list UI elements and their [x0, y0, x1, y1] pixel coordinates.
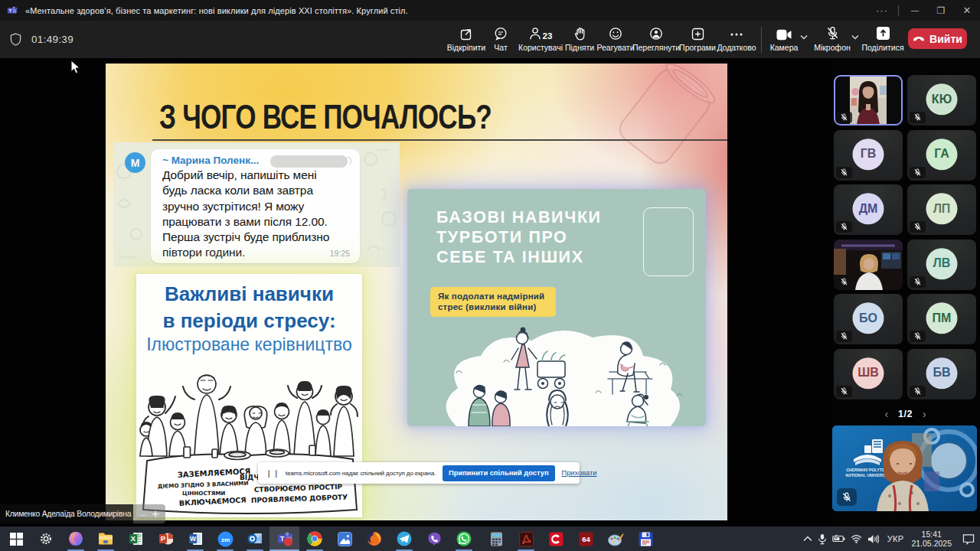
- participants-count: 23: [543, 31, 553, 41]
- slide-title: З ЧОГО ВСЕ ПОЧАЛОСЬ?: [159, 97, 492, 137]
- participant-avatar: ЛП: [926, 193, 958, 224]
- pause-sharing-icon[interactable]: ❙❙: [266, 469, 280, 478]
- zoom-app-icon[interactable]: zm: [216, 530, 234, 548]
- security-shield-icon[interactable]: [10, 33, 21, 46]
- settings-gear-icon[interactable]: [37, 530, 55, 548]
- tray-volume-icon[interactable]: [867, 534, 879, 544]
- word-icon[interactable]: W: [186, 530, 204, 548]
- apps-button[interactable]: Програми: [678, 23, 717, 57]
- participants-button[interactable]: 23 Користувачі: [519, 23, 562, 57]
- tray-clock[interactable]: 15:4121.05.2025: [911, 530, 952, 548]
- chat-button[interactable]: Чат: [490, 23, 511, 57]
- zoom-out-button[interactable]: –: [140, 508, 146, 520]
- speaker-video-tile[interactable]: CHERNIHIV POLYTECH NATIONAL UNIVERSITY: [832, 425, 977, 511]
- titlebar-more-button[interactable]: ···: [869, 0, 895, 21]
- chat-icon: [494, 23, 508, 41]
- telegram-sender-name: ~ Марина Поленк...: [162, 155, 259, 166]
- minimize-button[interactable]: —: [902, 0, 928, 21]
- participant-tile-11[interactable]: ШВ: [834, 349, 903, 399]
- floppy-app-icon[interactable]: [636, 530, 655, 548]
- calculator-icon[interactable]: [487, 530, 505, 548]
- participant-tile-6[interactable]: ЛП: [907, 184, 976, 235]
- share-screen-button[interactable]: Поділитися: [863, 23, 903, 57]
- whatsapp-icon[interactable]: [455, 530, 473, 548]
- camera-options-chevron[interactable]: [800, 34, 808, 40]
- tray-wifi-icon[interactable]: [851, 534, 862, 543]
- participant-tile-2[interactable]: КЮ: [907, 75, 976, 126]
- telegram-avatar: М: [125, 152, 145, 173]
- more-button[interactable]: Додатково: [717, 23, 756, 57]
- participant-tile-9[interactable]: БО: [834, 294, 903, 344]
- svg-text:W: W: [189, 535, 196, 543]
- tray-expand-chevron[interactable]: [803, 536, 812, 542]
- unpin-button[interactable]: Відкріпити: [448, 23, 485, 57]
- tray-notification-icon[interactable]: [962, 533, 975, 545]
- participant-tile-12[interactable]: БВ: [907, 349, 976, 399]
- pager-next-chevron[interactable]: ›: [923, 408, 926, 420]
- participant-tile-3[interactable]: ГВ: [834, 130, 903, 181]
- participant-tile-4[interactable]: ГА: [907, 130, 976, 181]
- gallery-pager: ‹ 1/2 ›: [831, 406, 980, 422]
- paint-app-icon[interactable]: [606, 530, 625, 548]
- teams-icon[interactable]: T: [276, 530, 294, 548]
- outlook-icon[interactable]: [246, 530, 264, 548]
- svg-text:T: T: [9, 8, 12, 13]
- participant-tile-video-2[interactable]: [834, 240, 903, 290]
- participant-tile-video-1[interactable]: [834, 75, 903, 126]
- camera-button[interactable]: Камера: [768, 23, 800, 57]
- mic-muted-badge: [910, 276, 926, 288]
- raise-hand-button[interactable]: Підняти: [561, 23, 598, 57]
- react-button[interactable]: Реагувати: [596, 23, 635, 57]
- meeting-toolbar: 01:49:39 Відкріпити Чат 23 Користувачі П…: [0, 21, 980, 58]
- pager-prev-chevron[interactable]: ‹: [884, 408, 888, 420]
- more-dots-icon: [729, 23, 744, 41]
- hide-banner-link[interactable]: Приховати: [562, 469, 597, 477]
- participant-tile-8[interactable]: ЛВ: [907, 240, 976, 290]
- card-illustration: [407, 318, 706, 426]
- microphone-button[interactable]: Мікрофон: [813, 23, 851, 57]
- acrobat-icon[interactable]: [517, 530, 535, 548]
- chrome-icon[interactable]: [305, 530, 324, 548]
- tray-microphone-icon[interactable]: [818, 533, 827, 545]
- tray-language-indicator[interactable]: УКР: [887, 534, 904, 543]
- microphone-options-chevron[interactable]: [851, 34, 859, 40]
- close-button[interactable]: ✕: [954, 0, 980, 21]
- copilot-icon[interactable]: [67, 530, 85, 548]
- zoom-control[interactable]: – +: [133, 504, 165, 523]
- mic-muted-badge: [836, 221, 852, 233]
- zoom-in-button[interactable]: +: [152, 507, 159, 522]
- camera-icon: [776, 23, 792, 41]
- svg-text:64: 64: [582, 535, 590, 543]
- 64bit-app-icon[interactable]: 64: [577, 530, 595, 548]
- unpin-icon: [460, 23, 473, 41]
- meeting-title: «Ментальне здоров’я, бізнес та маркетинг…: [25, 6, 408, 15]
- share-screen-icon: [876, 23, 890, 41]
- participant-tile-10[interactable]: ПМ: [907, 294, 976, 344]
- mic-muted-badge: [836, 331, 852, 342]
- viber-icon[interactable]: [425, 530, 443, 548]
- tray-battery-icon[interactable]: [832, 534, 845, 543]
- restore-button[interactable]: ❐: [928, 0, 954, 21]
- photos-icon[interactable]: [335, 530, 354, 548]
- mic-muted-badge: [836, 276, 852, 288]
- start-button[interactable]: [7, 530, 25, 548]
- svg-text:X: X: [130, 534, 136, 543]
- leave-button[interactable]: Вийти: [908, 28, 967, 49]
- telegram-icon[interactable]: [395, 530, 413, 548]
- telegram-chat-screenshot: М ~ Марина Поленк... Добрий вечір, напиш…: [113, 142, 400, 267]
- view-button[interactable]: Переглянути: [634, 23, 678, 57]
- participant-tile-5[interactable]: ДМ: [834, 184, 903, 235]
- file-explorer-icon[interactable]: [96, 530, 115, 548]
- card-badge-line2: стрес (виклики війни): [438, 302, 556, 313]
- powerpoint-icon[interactable]: P: [156, 530, 175, 548]
- window-titlebar: T «Ментальне здоров’я, бізнес та маркети…: [0, 0, 980, 21]
- slide-jar-decoration: [542, 64, 727, 200]
- red-c-app-icon[interactable]: [547, 530, 565, 548]
- excel-icon[interactable]: X: [126, 530, 145, 548]
- meeting-timer: 01:49:39: [31, 34, 74, 45]
- stop-sharing-button[interactable]: Припинити спільний доступ: [443, 465, 554, 481]
- participant-avatar: КЮ: [926, 83, 958, 115]
- book-title-line2: в періоди стресу:: [136, 309, 362, 333]
- mic-muted-badge: [837, 488, 857, 506]
- firefox-icon[interactable]: [365, 530, 384, 548]
